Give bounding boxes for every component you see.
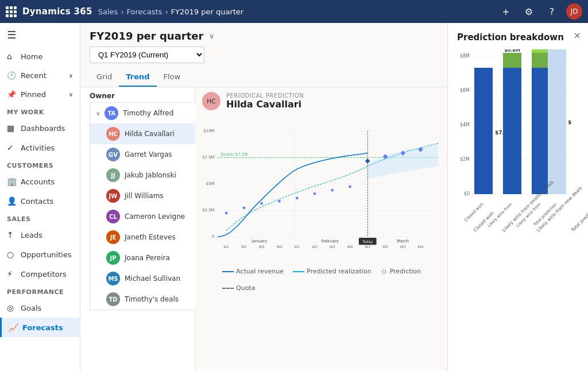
svg-marker-31 xyxy=(260,202,264,205)
svg-text:$2.5M: $2.5M xyxy=(202,208,214,212)
avatar-janeth-esteves: JE xyxy=(106,230,120,244)
owner-name-hilda-cavallari: Hilda Cavallari xyxy=(125,130,175,138)
recent-icon: 🕐 xyxy=(7,71,16,80)
dashboards-icon: ▦ xyxy=(7,123,16,133)
svg-marker-36 xyxy=(348,185,351,188)
section-sales: Sales xyxy=(0,211,80,225)
svg-marker-29 xyxy=(225,211,228,215)
sidebar-item-opportunities[interactable]: ○ Opportunities xyxy=(0,245,80,264)
breadcrumb-sales[interactable]: Sales xyxy=(98,7,118,16)
avatar-cameron-levigne: CL xyxy=(106,210,120,223)
user-avatar[interactable]: JD xyxy=(566,3,582,20)
owner-item-hilda-cavallari[interactable]: HC Hilda Cavallari xyxy=(90,123,198,144)
legend-diamond-prediction: ◇ xyxy=(381,269,388,274)
top-bar: Dynamics 365 Sales › Forecasts › FY2019 … xyxy=(0,0,588,23)
svg-text:W3: W3 xyxy=(259,245,265,249)
sidebar-item-dashboards[interactable]: ▦ Dashboards xyxy=(0,118,80,138)
avatar-jakub-jablonski: JJ xyxy=(106,168,120,182)
owner-item-garret-vargas[interactable]: GV Garret Vargas xyxy=(90,144,198,165)
breakdown-close-button[interactable]: × xyxy=(574,30,581,41)
owner-item-joana-pereira[interactable]: JP Joana Pereira xyxy=(90,248,198,268)
avatar-jill-williams: JW xyxy=(106,189,120,203)
legend-line-quota xyxy=(222,288,234,289)
add-button[interactable]: + xyxy=(497,3,514,20)
sidebar-item-contacts[interactable]: 👤 Contacts xyxy=(0,191,80,211)
avatar-timothys-deals: TD xyxy=(106,292,120,306)
pinned-expand-arrow: ∨ xyxy=(69,91,73,98)
sidebar-item-recent[interactable]: 🕐 Recent ∨ xyxy=(0,66,80,85)
owner-item-michael-sullivan[interactable]: MS Michael Sullivan xyxy=(90,268,198,289)
app-grid-icon[interactable] xyxy=(6,6,17,17)
sidebar-item-activities[interactable]: ✓ Activities xyxy=(0,138,80,157)
legend-line-predicted xyxy=(293,271,304,272)
sidebar-item-pinned[interactable]: 📌 Pinned ∨ xyxy=(0,85,80,104)
owner-name-jakub-jablonski: Jakub Jablonski xyxy=(125,171,176,179)
prediction-info: PERIODICAL PREDICTION Hilda Cavallari xyxy=(226,92,304,110)
sidebar: ☰ ⌂ Home 🕐 Recent ∨ 📌 Pinned ∨ My work ▦… xyxy=(0,23,80,371)
svg-text:Quota: $7.5M: Quota: $7.5M xyxy=(220,152,247,157)
owner-item-cameron-levigne[interactable]: CL Cameron Levigne xyxy=(90,206,198,227)
owner-item-jill-williams[interactable]: JW Jill Williams xyxy=(90,186,198,206)
tab-flow[interactable]: Flow xyxy=(157,68,188,87)
sidebar-label-leads: Leads xyxy=(21,231,42,239)
sidebar-item-goals[interactable]: ◎ Goals xyxy=(0,298,80,318)
prediction-avatar: HC xyxy=(202,92,220,110)
bar-closed-won xyxy=(474,68,493,194)
forecast-title-dropdown[interactable]: ∨ xyxy=(209,32,214,40)
sidebar-label-dashboards: Dashboards xyxy=(21,124,65,133)
legend-quota: Quota xyxy=(222,284,255,292)
help-button[interactable]: ? xyxy=(543,3,560,20)
breakdown-panel: Prediction breakdown × $8M $6M $4M $2M $… xyxy=(447,23,588,371)
x-label-total: Total prediction xyxy=(570,209,588,233)
forecast-title: FY2019 per quarter xyxy=(90,30,203,42)
svg-marker-34 xyxy=(313,192,316,195)
settings-button[interactable]: ⚙ xyxy=(520,3,537,20)
sidebar-label-recent: Recent xyxy=(21,71,47,80)
sidebar-item-competitors[interactable]: ⚡ Competitors xyxy=(0,264,80,284)
competitors-icon: ⚡ xyxy=(7,269,16,279)
svg-text:W1: W1 xyxy=(294,245,300,249)
period-dropdown[interactable]: Q1 FY2019 (Current) Q2 FY2019 Q3 FY2019 … xyxy=(90,47,204,63)
breadcrumb-forecasts[interactable]: Forecasts xyxy=(127,7,163,16)
svg-text:$10M: $10M xyxy=(203,129,214,133)
sidebar-item-home[interactable]: ⌂ Home xyxy=(0,47,80,66)
legend-label-prediction: Prediction xyxy=(390,268,421,275)
svg-marker-30 xyxy=(242,206,246,210)
owner-list: ∨ TA Timothy Alfred HC Hilda Cavallari G… xyxy=(90,102,199,310)
sidebar-item-leads[interactable]: ↑ Leads xyxy=(0,225,80,245)
svg-marker-35 xyxy=(331,188,334,192)
tab-grid[interactable]: Grid xyxy=(90,68,119,87)
owner-name-cameron-levigne: Cameron Levigne xyxy=(125,212,185,221)
owner-item-timothy-alfred[interactable]: ∨ TA Timothy Alfred xyxy=(90,103,198,123)
legend-label-predicted: Predicted realization xyxy=(307,268,372,275)
owner-name-timothys-deals: Timothy's deals xyxy=(125,295,179,303)
forecast-tabs: Grid Trend Flow xyxy=(80,68,447,87)
chart-legend: Actual revenue Predicted realization ◇ P… xyxy=(202,265,440,294)
owner-item-janeth-esteves[interactable]: JE Janeth Esteves xyxy=(90,227,198,248)
hamburger-menu[interactable]: ☰ xyxy=(0,23,80,47)
trend-chart: $10M $7.5M $5M $2.5M 0 January February … xyxy=(202,114,440,263)
sidebar-item-accounts[interactable]: 🏢 Accounts xyxy=(0,172,80,191)
owner-item-timothys-deals[interactable]: TD Timothy's deals xyxy=(90,289,198,310)
avatar-garret-vargas: GV xyxy=(106,148,120,161)
legend-actual: Actual revenue xyxy=(222,268,284,275)
tab-trend[interactable]: Trend xyxy=(119,68,156,87)
legend-line-actual xyxy=(222,271,234,272)
owner-name-janeth-esteves: Janeth Esteves xyxy=(125,233,176,241)
bar-likely-existing-green xyxy=(503,53,521,68)
sidebar-item-forecasts[interactable]: 📈 Forecasts xyxy=(0,318,80,337)
svg-text:0: 0 xyxy=(212,234,214,239)
svg-text:$4M: $4M xyxy=(460,122,470,127)
owner-name-jill-williams: Jill Williams xyxy=(125,192,164,200)
svg-text:W2: W2 xyxy=(241,245,247,249)
main-layout: ☰ ⌂ Home 🕐 Recent ∨ 📌 Pinned ∨ My work ▦… xyxy=(0,23,588,371)
owner-item-jakub-jablonski[interactable]: JJ Jakub Jablonski xyxy=(90,165,198,186)
svg-text:January: January xyxy=(252,239,267,244)
svg-text:W4: W4 xyxy=(347,245,353,249)
section-customers: Customers xyxy=(0,157,80,172)
recent-expand-arrow: ∨ xyxy=(69,72,73,79)
leads-icon: ↑ xyxy=(7,230,16,239)
svg-text:W4: W4 xyxy=(277,245,283,249)
section-performance: Performance xyxy=(0,284,80,298)
breakdown-title: Prediction breakdown xyxy=(457,32,579,42)
